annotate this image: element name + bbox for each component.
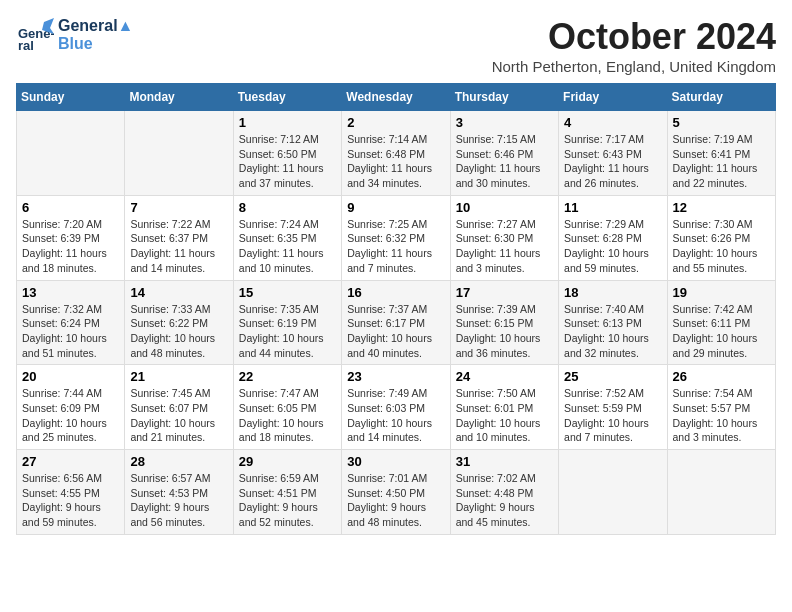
day-number: 16 bbox=[347, 285, 444, 300]
day-number: 19 bbox=[673, 285, 770, 300]
day-number: 20 bbox=[22, 369, 119, 384]
calendar-cell: 17Sunrise: 7:39 AMSunset: 6:15 PMDayligh… bbox=[450, 280, 558, 365]
header-wednesday: Wednesday bbox=[342, 84, 450, 111]
calendar-cell: 30Sunrise: 7:01 AMSunset: 4:50 PMDayligh… bbox=[342, 450, 450, 535]
calendar-cell: 23Sunrise: 7:49 AMSunset: 6:03 PMDayligh… bbox=[342, 365, 450, 450]
calendar-cell: 21Sunrise: 7:45 AMSunset: 6:07 PMDayligh… bbox=[125, 365, 233, 450]
calendar-cell: 20Sunrise: 7:44 AMSunset: 6:09 PMDayligh… bbox=[17, 365, 125, 450]
calendar-cell: 27Sunrise: 6:56 AMSunset: 4:55 PMDayligh… bbox=[17, 450, 125, 535]
day-number: 2 bbox=[347, 115, 444, 130]
header-sunday: Sunday bbox=[17, 84, 125, 111]
location: North Petherton, England, United Kingdom bbox=[492, 58, 776, 75]
day-number: 5 bbox=[673, 115, 770, 130]
header-saturday: Saturday bbox=[667, 84, 775, 111]
day-number: 27 bbox=[22, 454, 119, 469]
cell-info: Sunrise: 7:17 AMSunset: 6:43 PMDaylight:… bbox=[564, 132, 661, 191]
day-number: 7 bbox=[130, 200, 227, 215]
cell-info: Sunrise: 7:01 AMSunset: 4:50 PMDaylight:… bbox=[347, 471, 444, 530]
calendar-cell bbox=[667, 450, 775, 535]
cell-info: Sunrise: 6:57 AMSunset: 4:53 PMDaylight:… bbox=[130, 471, 227, 530]
cell-info: Sunrise: 7:52 AMSunset: 5:59 PMDaylight:… bbox=[564, 386, 661, 445]
page-header: Gene- ral General▲ Blue October 2024 Nor… bbox=[16, 16, 776, 75]
day-number: 26 bbox=[673, 369, 770, 384]
calendar-cell: 5Sunrise: 7:19 AMSunset: 6:41 PMDaylight… bbox=[667, 111, 775, 196]
calendar-row-1: 6Sunrise: 7:20 AMSunset: 6:39 PMDaylight… bbox=[17, 195, 776, 280]
cell-info: Sunrise: 7:37 AMSunset: 6:17 PMDaylight:… bbox=[347, 302, 444, 361]
calendar-cell: 13Sunrise: 7:32 AMSunset: 6:24 PMDayligh… bbox=[17, 280, 125, 365]
day-number: 30 bbox=[347, 454, 444, 469]
day-number: 1 bbox=[239, 115, 336, 130]
calendar-row-3: 20Sunrise: 7:44 AMSunset: 6:09 PMDayligh… bbox=[17, 365, 776, 450]
calendar-cell: 22Sunrise: 7:47 AMSunset: 6:05 PMDayligh… bbox=[233, 365, 341, 450]
day-number: 15 bbox=[239, 285, 336, 300]
day-number: 9 bbox=[347, 200, 444, 215]
title-block: October 2024 North Petherton, England, U… bbox=[492, 16, 776, 75]
day-number: 6 bbox=[22, 200, 119, 215]
calendar-cell: 12Sunrise: 7:30 AMSunset: 6:26 PMDayligh… bbox=[667, 195, 775, 280]
day-number: 13 bbox=[22, 285, 119, 300]
day-number: 21 bbox=[130, 369, 227, 384]
header-friday: Friday bbox=[559, 84, 667, 111]
cell-info: Sunrise: 7:30 AMSunset: 6:26 PMDaylight:… bbox=[673, 217, 770, 276]
cell-info: Sunrise: 7:45 AMSunset: 6:07 PMDaylight:… bbox=[130, 386, 227, 445]
calendar-table: SundayMondayTuesdayWednesdayThursdayFrid… bbox=[16, 83, 776, 535]
day-number: 22 bbox=[239, 369, 336, 384]
calendar-row-2: 13Sunrise: 7:32 AMSunset: 6:24 PMDayligh… bbox=[17, 280, 776, 365]
calendar-cell: 3Sunrise: 7:15 AMSunset: 6:46 PMDaylight… bbox=[450, 111, 558, 196]
calendar-cell: 29Sunrise: 6:59 AMSunset: 4:51 PMDayligh… bbox=[233, 450, 341, 535]
day-number: 11 bbox=[564, 200, 661, 215]
calendar-row-4: 27Sunrise: 6:56 AMSunset: 4:55 PMDayligh… bbox=[17, 450, 776, 535]
cell-info: Sunrise: 7:40 AMSunset: 6:13 PMDaylight:… bbox=[564, 302, 661, 361]
day-number: 12 bbox=[673, 200, 770, 215]
calendar-cell: 18Sunrise: 7:40 AMSunset: 6:13 PMDayligh… bbox=[559, 280, 667, 365]
header-thursday: Thursday bbox=[450, 84, 558, 111]
day-number: 23 bbox=[347, 369, 444, 384]
calendar-cell: 4Sunrise: 7:17 AMSunset: 6:43 PMDaylight… bbox=[559, 111, 667, 196]
day-number: 29 bbox=[239, 454, 336, 469]
day-number: 25 bbox=[564, 369, 661, 384]
day-number: 18 bbox=[564, 285, 661, 300]
day-number: 17 bbox=[456, 285, 553, 300]
cell-info: Sunrise: 7:54 AMSunset: 5:57 PMDaylight:… bbox=[673, 386, 770, 445]
cell-info: Sunrise: 7:14 AMSunset: 6:48 PMDaylight:… bbox=[347, 132, 444, 191]
svg-text:ral: ral bbox=[18, 38, 34, 53]
day-number: 31 bbox=[456, 454, 553, 469]
cell-info: Sunrise: 7:39 AMSunset: 6:15 PMDaylight:… bbox=[456, 302, 553, 361]
calendar-cell bbox=[17, 111, 125, 196]
calendar-cell: 24Sunrise: 7:50 AMSunset: 6:01 PMDayligh… bbox=[450, 365, 558, 450]
calendar-cell: 1Sunrise: 7:12 AMSunset: 6:50 PMDaylight… bbox=[233, 111, 341, 196]
day-number: 10 bbox=[456, 200, 553, 215]
cell-info: Sunrise: 7:44 AMSunset: 6:09 PMDaylight:… bbox=[22, 386, 119, 445]
cell-info: Sunrise: 7:25 AMSunset: 6:32 PMDaylight:… bbox=[347, 217, 444, 276]
cell-info: Sunrise: 7:15 AMSunset: 6:46 PMDaylight:… bbox=[456, 132, 553, 191]
calendar-cell bbox=[125, 111, 233, 196]
day-number: 28 bbox=[130, 454, 227, 469]
calendar-cell: 26Sunrise: 7:54 AMSunset: 5:57 PMDayligh… bbox=[667, 365, 775, 450]
cell-info: Sunrise: 7:29 AMSunset: 6:28 PMDaylight:… bbox=[564, 217, 661, 276]
calendar-cell: 25Sunrise: 7:52 AMSunset: 5:59 PMDayligh… bbox=[559, 365, 667, 450]
cell-info: Sunrise: 7:02 AMSunset: 4:48 PMDaylight:… bbox=[456, 471, 553, 530]
calendar-cell: 28Sunrise: 6:57 AMSunset: 4:53 PMDayligh… bbox=[125, 450, 233, 535]
logo-line2: Blue bbox=[58, 35, 133, 53]
month-title: October 2024 bbox=[492, 16, 776, 58]
header-row: SundayMondayTuesdayWednesdayThursdayFrid… bbox=[17, 84, 776, 111]
logo: Gene- ral General▲ Blue bbox=[16, 16, 133, 54]
calendar-cell: 19Sunrise: 7:42 AMSunset: 6:11 PMDayligh… bbox=[667, 280, 775, 365]
logo-line1: General▲ bbox=[58, 17, 133, 35]
cell-info: Sunrise: 7:47 AMSunset: 6:05 PMDaylight:… bbox=[239, 386, 336, 445]
calendar-cell: 6Sunrise: 7:20 AMSunset: 6:39 PMDaylight… bbox=[17, 195, 125, 280]
calendar-cell: 31Sunrise: 7:02 AMSunset: 4:48 PMDayligh… bbox=[450, 450, 558, 535]
header-monday: Monday bbox=[125, 84, 233, 111]
cell-info: Sunrise: 7:24 AMSunset: 6:35 PMDaylight:… bbox=[239, 217, 336, 276]
calendar-cell: 10Sunrise: 7:27 AMSunset: 6:30 PMDayligh… bbox=[450, 195, 558, 280]
cell-info: Sunrise: 6:56 AMSunset: 4:55 PMDaylight:… bbox=[22, 471, 119, 530]
calendar-cell: 8Sunrise: 7:24 AMSunset: 6:35 PMDaylight… bbox=[233, 195, 341, 280]
cell-info: Sunrise: 7:27 AMSunset: 6:30 PMDaylight:… bbox=[456, 217, 553, 276]
cell-info: Sunrise: 7:35 AMSunset: 6:19 PMDaylight:… bbox=[239, 302, 336, 361]
cell-info: Sunrise: 7:42 AMSunset: 6:11 PMDaylight:… bbox=[673, 302, 770, 361]
day-number: 24 bbox=[456, 369, 553, 384]
calendar-cell: 9Sunrise: 7:25 AMSunset: 6:32 PMDaylight… bbox=[342, 195, 450, 280]
cell-info: Sunrise: 7:20 AMSunset: 6:39 PMDaylight:… bbox=[22, 217, 119, 276]
day-number: 3 bbox=[456, 115, 553, 130]
cell-info: Sunrise: 7:12 AMSunset: 6:50 PMDaylight:… bbox=[239, 132, 336, 191]
